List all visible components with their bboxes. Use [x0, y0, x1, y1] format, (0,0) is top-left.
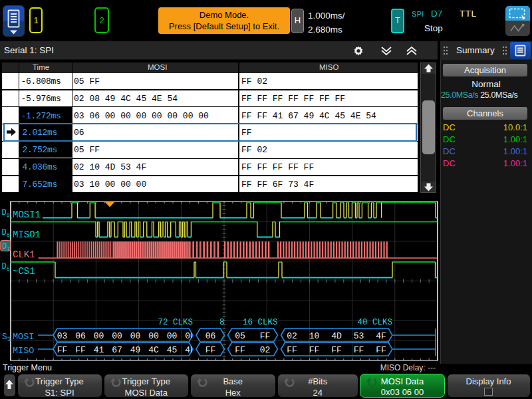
- svg-text:FF: FF: [75, 345, 86, 355]
- svg-text:00: 00: [130, 331, 141, 341]
- svg-text:FF: FF: [260, 331, 271, 341]
- svg-text:FF: FF: [287, 345, 297, 355]
- svg-text:FF: FF: [57, 345, 68, 355]
- svg-text:16 CLKS: 16 CLKS: [243, 318, 278, 327]
- svg-text:00: 00: [112, 331, 122, 341]
- svg-text:FF: FF: [376, 345, 386, 355]
- svg-text:FF: FF: [309, 345, 320, 355]
- svg-text:06: 06: [205, 331, 216, 341]
- svg-text:4E: 4E: [185, 345, 196, 355]
- svg-text:02: 02: [287, 331, 297, 341]
- svg-text:D6: D6: [2, 262, 10, 273]
- svg-text:00: 00: [185, 331, 196, 341]
- svg-text:4F: 4F: [376, 331, 386, 341]
- svg-text:72 CLKS: 72 CLKS: [158, 318, 193, 327]
- svg-text:MISO1: MISO1: [13, 229, 41, 240]
- svg-text:03: 03: [57, 331, 68, 341]
- svg-text:00: 00: [148, 331, 159, 341]
- svg-text:67: 67: [112, 345, 122, 355]
- svg-text:~CS1: ~CS1: [13, 266, 35, 277]
- svg-text:FF: FF: [331, 345, 342, 355]
- svg-text:D9: D9: [2, 208, 10, 219]
- svg-text:53: 53: [354, 331, 364, 341]
- svg-text:D8: D8: [2, 228, 10, 239]
- svg-text:41: 41: [94, 345, 104, 355]
- svg-text:S1: S1: [2, 332, 11, 343]
- svg-text:4D: 4D: [331, 331, 342, 341]
- svg-text:MISO: MISO: [13, 346, 34, 356]
- svg-text:06: 06: [75, 331, 86, 341]
- svg-text:00: 00: [94, 331, 104, 341]
- svg-text:10: 10: [309, 331, 320, 341]
- svg-text:MOSI: MOSI: [13, 332, 34, 342]
- svg-text:MOSI1: MOSI1: [13, 209, 41, 220]
- svg-text:FF: FF: [205, 345, 216, 355]
- svg-text:4C: 4C: [148, 345, 159, 355]
- svg-text:40 CLKS: 40 CLKS: [357, 318, 392, 327]
- svg-text:FF: FF: [354, 345, 364, 355]
- svg-text:FF: FF: [235, 345, 245, 355]
- svg-text:45: 45: [167, 345, 178, 355]
- svg-text:8: 8: [219, 318, 225, 327]
- svg-text:49: 49: [130, 345, 141, 355]
- svg-text:05: 05: [235, 331, 245, 341]
- svg-text:CLK1: CLK1: [13, 249, 35, 260]
- svg-text:00: 00: [167, 331, 178, 341]
- svg-text:02: 02: [260, 345, 271, 355]
